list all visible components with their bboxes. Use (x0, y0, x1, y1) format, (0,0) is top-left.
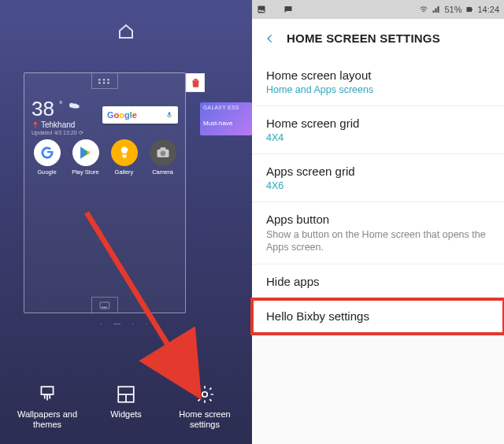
wallpapers-themes-button[interactable]: Wallpapers and themes (12, 383, 83, 430)
clock: 14:24 (477, 5, 499, 14)
drag-handle-icon[interactable]: ●●●●●● (91, 73, 118, 89)
widgets-button[interactable]: Widgets (91, 383, 161, 430)
app-play-store[interactable]: Play Store (69, 139, 102, 176)
google-app-icon (34, 139, 61, 166)
weather-widget[interactable]: 38 ° 📍Tehkhand Updated 4/3 13:20 ⟳ (32, 98, 83, 136)
home-page-preview[interactable]: ●●●●●● 38 ° 📍Tehkhand Updated 4/3 13:20 … (24, 72, 186, 313)
page-title: HOME SCREEN SETTINGS (287, 31, 440, 45)
play-store-icon (72, 139, 99, 166)
app-label: Gallery (108, 168, 141, 176)
back-button[interactable] (261, 30, 279, 47)
peek-subtitle: Must-have (203, 120, 249, 127)
action-label: Home screen settings (169, 409, 240, 430)
camera-icon (150, 139, 176, 166)
peek-title: GALAXY ESS (203, 105, 249, 110)
image-notif-icon (257, 5, 266, 14)
svg-point-4 (160, 151, 165, 157)
setting-hello-bixby[interactable]: Hello Bixby settings (252, 299, 504, 334)
page-indicator: · — · · (0, 320, 252, 327)
app-gallery[interactable]: Gallery (108, 139, 141, 176)
mic-icon[interactable] (165, 109, 173, 120)
download-icon (270, 5, 280, 14)
updated-text: Updated 4/3 13:20 ⟳ (32, 130, 83, 136)
home-screen-settings-page: 51% 14:24 HOME SCREEN SETTINGS Home scre… (252, 0, 504, 444)
app-label: Camera (146, 168, 180, 176)
svg-point-9 (106, 306, 106, 307)
brush-icon (12, 383, 83, 406)
app-label: Google (31, 168, 64, 176)
battery-icon (465, 5, 474, 14)
page-peek-galaxy-essentials[interactable]: GALAXY ESS Must-have (200, 102, 252, 135)
svg-rect-5 (160, 147, 165, 150)
signal-icon (432, 5, 441, 14)
svg-point-8 (104, 306, 105, 307)
svg-point-14 (202, 392, 208, 398)
status-bar: 51% 14:24 (252, 0, 504, 19)
gear-icon (169, 383, 240, 406)
setting-home-screen-grid[interactable]: Home screen grid 4X4 (252, 106, 504, 154)
action-label: Wallpapers and themes (12, 409, 83, 430)
action-label: Widgets (91, 409, 161, 420)
setting-hide-apps[interactable]: Hide apps (252, 265, 504, 299)
svg-rect-17 (467, 7, 472, 12)
setting-home-screen-layout[interactable]: Home screen layout Home and Apps screens (252, 58, 504, 106)
app-google[interactable]: Google (31, 139, 64, 176)
svg-point-7 (102, 306, 103, 307)
location-text: Tehkhand (41, 120, 75, 129)
google-logo: Google (107, 110, 137, 120)
launcher-editor-screen: GALAXY ESS Must-have ●●●●●● 38 ° 📍Tehkha… (0, 0, 252, 444)
gallery-icon (111, 139, 138, 166)
wifi-icon (419, 5, 428, 14)
message-icon (284, 5, 293, 14)
app-camera[interactable]: Camera (146, 139, 180, 176)
svg-rect-10 (41, 387, 53, 394)
home-icon[interactable] (117, 22, 135, 44)
page-header: HOME SCREEN SETTINGS (252, 19, 504, 58)
app-label: Play Store (69, 168, 102, 176)
setting-apps-button[interactable]: Apps button Show a button on the Home sc… (252, 202, 504, 265)
google-search-widget[interactable]: Google (102, 106, 178, 124)
degree-symbol: ° (59, 99, 62, 109)
svg-rect-1 (169, 112, 171, 116)
battery-percent: 51% (444, 5, 461, 14)
temperature-value: 38 (32, 98, 54, 119)
widgets-icon (91, 383, 161, 406)
home-screen-settings-button[interactable]: Home screen settings (169, 383, 240, 430)
svg-rect-18 (472, 9, 472, 10)
dock-handle-icon[interactable] (91, 297, 118, 313)
setting-apps-screen-grid[interactable]: Apps screen grid 4X6 (252, 154, 504, 202)
weather-icon (67, 98, 81, 117)
delete-page-button[interactable] (186, 73, 205, 92)
